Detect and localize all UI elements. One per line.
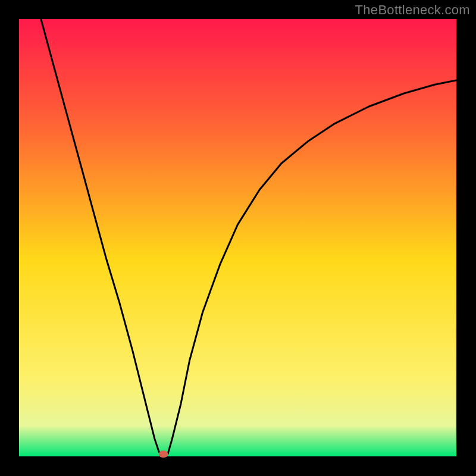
plot-area	[19, 19, 456, 456]
chart-container: TheBottleneck.com	[0, 0, 476, 476]
minimum-marker	[159, 450, 168, 458]
bottleneck-chart	[0, 0, 476, 476]
